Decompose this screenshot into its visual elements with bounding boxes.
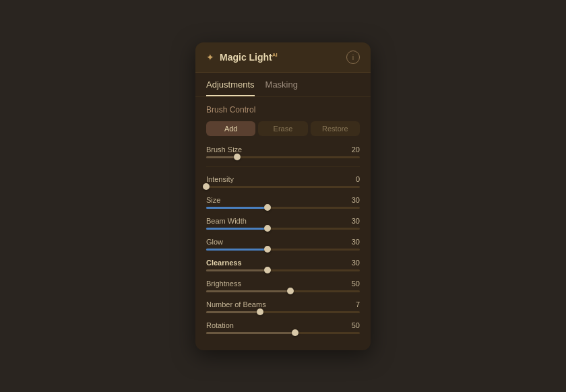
slider-brightness: Brightness 50 [206,280,360,292]
slider-glow: Glow 30 [206,238,360,251]
slider-clearness: Clearness 30 [206,259,360,271]
panel-header: ✦ Magic LightAI i [195,42,371,73]
intensity-track[interactable] [206,186,360,188]
magic-icon: ✦ [206,52,214,63]
size-value: 30 [352,196,360,204]
glow-track[interactable] [206,249,360,251]
panel-title: Magic LightAI [220,52,278,63]
slider-number-of-beams: Number of Beams 7 [206,300,360,313]
info-button[interactable]: i [346,51,360,64]
clearness-value: 30 [352,259,360,267]
rotation-fill [206,332,295,334]
brightness-track[interactable] [206,290,360,292]
magic-light-panel: ✦ Magic LightAI i Adjustments Masking Br… [195,42,371,350]
glow-thumb[interactable] [264,246,271,253]
brush-size-slider-row: Brush Size 20 [206,145,360,158]
slider-size: Size 30 [206,196,360,209]
clearness-label: Clearness [206,259,242,267]
size-fill [206,207,268,209]
beam-width-track[interactable] [206,228,360,230]
intensity-label: Intensity [206,175,234,183]
ai-badge: AI [272,52,278,58]
number-of-beams-value: 7 [356,300,360,308]
beam-width-label: Beam Width [206,217,247,225]
divider [206,166,360,167]
clearness-thumb[interactable] [264,267,271,273]
glow-label: Glow [206,238,223,246]
slider-rotation: Rotation 50 [206,321,360,334]
rotation-label: Rotation [206,321,234,329]
brush-size-label: Brush Size [206,145,242,154]
title-group: ✦ Magic LightAI [206,52,278,63]
intensity-thumb[interactable] [203,183,210,190]
tab-bar: Adjustments Masking [195,73,371,97]
brush-restore-button[interactable]: Restore [311,121,360,136]
beam-width-thumb[interactable] [264,225,271,232]
rotation-value: 50 [352,321,360,329]
brush-size-thumb[interactable] [234,154,241,160]
rotation-thumb[interactable] [292,329,298,336]
size-track[interactable] [206,207,360,209]
beam-width-fill [206,228,268,230]
brightness-thumb[interactable] [287,288,294,294]
brush-size-fill [206,156,237,158]
beam-width-value: 30 [352,217,360,225]
brush-add-button[interactable]: Add [206,121,255,136]
tab-adjustments[interactable]: Adjustments [206,79,255,96]
brightness-value: 50 [352,280,360,288]
brush-buttons: Add Erase Restore [206,121,360,136]
glow-value: 30 [352,238,360,246]
number-of-beams-thumb[interactable] [257,308,263,315]
number-of-beams-label: Number of Beams [206,300,266,308]
brightness-fill [206,290,290,292]
clearness-fill [206,269,268,271]
brush-erase-button[interactable]: Erase [258,121,307,136]
tab-masking[interactable]: Masking [265,79,298,96]
glow-fill [206,249,268,251]
intensity-value: 0 [356,175,360,183]
size-thumb[interactable] [264,204,271,211]
size-label: Size [206,196,220,204]
rotation-track[interactable] [206,332,360,334]
number-of-beams-track[interactable] [206,311,360,313]
slider-intensity: Intensity 0 [206,175,360,188]
panel-body: Brush Control Add Erase Restore Brush Si… [195,97,371,350]
title-text: Magic Light [220,52,272,63]
brush-size-track[interactable] [206,156,360,158]
brush-control-label: Brush Control [206,105,360,115]
brightness-label: Brightness [206,280,241,288]
slider-beam-width: Beam Width 30 [206,217,360,230]
clearness-track[interactable] [206,269,360,271]
brush-size-value: 20 [352,145,360,154]
number-of-beams-fill [206,311,260,313]
